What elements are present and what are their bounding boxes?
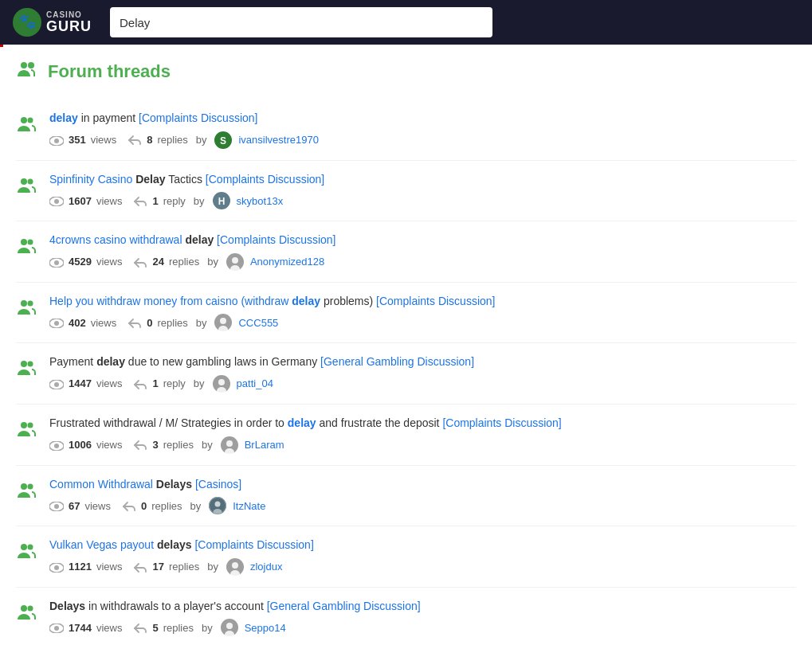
svg-point-40 — [54, 444, 59, 448]
thread-category-icon — [16, 539, 38, 561]
svg-point-45 — [28, 483, 33, 489]
thread-meta: 67 views 0 replies by ItzNate — [49, 497, 796, 514]
thread-meta: 1447 views 1 reply by patti_04 — [49, 375, 796, 393]
user-link[interactable]: Seppo14 — [245, 622, 286, 634]
replies-count: 3 — [152, 439, 158, 451]
thread-category-icon — [16, 479, 38, 501]
views-count: 4529 — [69, 256, 92, 268]
user-link[interactable]: BrLaram — [245, 439, 284, 451]
user-link[interactable]: zlojdux — [250, 561, 282, 573]
views-count: 351 — [69, 134, 86, 146]
thread-title[interactable]: Common Withdrawal Delays [Casinos] — [49, 477, 796, 493]
thread-meta: 4529 views 24 replies by Anonymized128 — [49, 253, 796, 271]
views-count: 402 — [69, 317, 86, 329]
svg-point-44 — [21, 483, 27, 490]
views-count: 1744 — [69, 622, 92, 634]
thread-meta: 402 views 0 replies by CCC555 — [49, 314, 796, 331]
thread-title[interactable]: Frustrated withdrawal / M/ Strategies in… — [49, 416, 796, 432]
svg-point-7 — [54, 139, 59, 143]
section-people-icon — [16, 57, 38, 85]
user-link[interactable]: ItzNate — [233, 500, 265, 512]
thread-title[interactable]: Vulkan Vegas payout delays [Complaints D… — [49, 538, 796, 553]
user-link[interactable]: patti_04 — [237, 377, 273, 389]
svg-point-64 — [226, 623, 233, 629]
svg-point-17 — [28, 240, 33, 245]
user-avatar — [209, 497, 226, 514]
thread-list: delay in payment [Complaints Discussion]… — [16, 100, 796, 645]
user-avatar: S — [214, 131, 232, 149]
svg-point-24 — [28, 300, 33, 306]
thread-title[interactable]: Help you withdraw money from caisno (wit… — [49, 294, 796, 310]
main-content: Forum threads delay in payment [Complain… — [0, 45, 812, 645]
replies-count: 5 — [152, 622, 158, 634]
reply-icon — [127, 134, 142, 147]
thread-body: Frustrated withdrawal / M/ Strategies in… — [49, 416, 796, 454]
replies-count: 8 — [147, 134, 152, 146]
svg-point-59 — [21, 605, 27, 612]
thread-item: Spinfinity Casino Delay Tactics [Complai… — [16, 161, 796, 222]
views-count: 1447 — [69, 377, 92, 389]
user-avatar — [226, 558, 244, 576]
views-label: views — [91, 317, 117, 329]
svg-point-4 — [21, 117, 27, 123]
user-link[interactable]: skybot13x — [237, 195, 284, 207]
svg-point-2 — [21, 62, 27, 68]
search-input[interactable] — [120, 16, 483, 29]
user-avatar — [226, 253, 244, 271]
thread-category-icon — [16, 174, 38, 196]
eye-icon — [49, 561, 64, 573]
thread-title[interactable]: Spinfinity Casino Delay Tactics [Complai… — [49, 172, 796, 188]
svg-point-19 — [54, 260, 59, 265]
thread-category-icon — [16, 600, 38, 623]
thread-title[interactable]: Delays in withdrawals to a player's acco… — [49, 599, 796, 615]
svg-point-31 — [28, 362, 33, 367]
thread-body: Spinfinity Casino Delay Tactics [Complai… — [49, 172, 796, 210]
reply-icon — [133, 561, 147, 573]
svg-point-38 — [28, 422, 33, 428]
user-link[interactable]: ivansilvestre1970 — [238, 134, 318, 146]
svg-point-62 — [54, 626, 59, 631]
svg-point-60 — [28, 605, 33, 611]
thread-meta: 1121 views 17 replies by zlojdux — [49, 558, 796, 576]
views-label: views — [91, 134, 117, 146]
svg-point-42 — [226, 440, 233, 447]
thread-title[interactable]: Payment delay due to new gambling laws i… — [49, 354, 796, 370]
user-avatar — [213, 375, 230, 393]
views-count: 1006 — [69, 439, 92, 451]
by-label: by — [196, 317, 207, 329]
svg-text:🐾: 🐾 — [18, 13, 37, 30]
thread-category-icon — [16, 234, 38, 256]
thread-body: Common Withdrawal Delays [Casinos] 67 vi… — [49, 477, 796, 515]
svg-point-47 — [54, 504, 59, 509]
thread-category-icon — [16, 417, 38, 440]
replies-label: reply — [163, 377, 186, 389]
thread-item: Payment delay due to new gambling laws i… — [16, 343, 796, 405]
svg-point-52 — [21, 544, 27, 550]
logo-guru-text: GURU — [46, 19, 92, 33]
logo[interactable]: 🐾 CASINO GURU — [13, 8, 100, 37]
user-link[interactable]: CCC555 — [238, 317, 278, 329]
views-label: views — [84, 500, 111, 512]
thread-body: Delays in withdrawals to a player's acco… — [49, 599, 796, 637]
user-link[interactable]: Anonymized128 — [250, 256, 324, 268]
thread-title[interactable]: 4crowns casino withdrawal delay [Complai… — [49, 233, 796, 248]
views-count: 67 — [69, 500, 80, 512]
reply-icon — [133, 256, 147, 268]
by-label: by — [190, 500, 202, 512]
svg-point-57 — [232, 562, 238, 569]
user-avatar — [221, 436, 238, 454]
svg-point-11 — [28, 178, 33, 184]
svg-point-21 — [232, 257, 238, 264]
search-bar — [110, 7, 492, 37]
by-label: by — [194, 195, 205, 207]
svg-point-13 — [54, 199, 59, 204]
views-label: views — [96, 377, 123, 389]
user-avatar: H — [213, 192, 230, 209]
eye-icon — [49, 439, 64, 451]
thread-title[interactable]: delay in payment [Complaints Discussion] — [49, 111, 796, 127]
thread-meta: 1006 views 3 replies by BrLaram — [49, 436, 796, 454]
svg-point-30 — [21, 361, 27, 367]
replies-label: replies — [169, 561, 199, 573]
by-label: by — [202, 439, 213, 451]
replies-count: 0 — [147, 317, 152, 329]
